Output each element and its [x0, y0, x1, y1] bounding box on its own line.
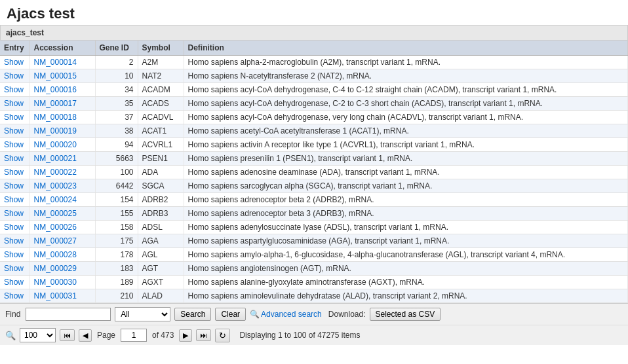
accession-cell: NM_000023 — [29, 179, 95, 193]
per-page-select[interactable]: 102550100250 — [20, 328, 56, 342]
show-link[interactable]: Show — [4, 236, 24, 246]
filter-select[interactable]: AllAccessionGene IDSymbolDefinition — [115, 307, 170, 321]
show-cell[interactable]: Show — [0, 207, 29, 221]
accession-link[interactable]: NM_000031 — [34, 291, 77, 300]
accession-link[interactable]: NM_000030 — [34, 278, 77, 287]
show-link[interactable]: Show — [4, 71, 24, 81]
definition-cell: Homo sapiens N-acetyltransferase 2 (NAT2… — [184, 69, 628, 83]
symbol-cell: ACADS — [138, 97, 184, 111]
accession-link[interactable]: NM_000028 — [34, 250, 77, 259]
accession-link[interactable]: NM_000015 — [34, 71, 77, 81]
show-link[interactable]: Show — [4, 250, 24, 259]
definition-cell: Homo sapiens adrenoceptor beta 2 (ADRB2)… — [184, 193, 628, 207]
accession-cell: NM_000014 — [29, 56, 95, 69]
show-link[interactable]: Show — [4, 113, 24, 122]
table-row: ShowNM_000030189AGXTHomo sapiens alanine… — [0, 276, 628, 289]
table-row: ShowNM_000026158ADSLHomo sapiens adenylo… — [0, 221, 628, 234]
refresh-button[interactable]: ↻ — [215, 329, 230, 342]
show-link[interactable]: Show — [4, 209, 24, 218]
show-cell[interactable]: Show — [0, 276, 29, 289]
data-table: Entry Accession Gene ID Symbol Definitio… — [0, 41, 628, 303]
show-link[interactable]: Show — [4, 85, 24, 94]
show-cell[interactable]: Show — [0, 289, 29, 303]
show-cell[interactable]: Show — [0, 111, 29, 124]
table-row: ShowNM_00001938ACAT1Homo sapiens acetyl-… — [0, 124, 628, 138]
show-link[interactable]: Show — [4, 99, 24, 108]
accession-cell: NM_000027 — [29, 234, 95, 248]
accession-cell: NM_000029 — [29, 262, 95, 276]
find-input[interactable] — [26, 308, 111, 321]
page-input[interactable] — [121, 329, 147, 342]
table-row: ShowNM_000029183AGTHomo sapiens angioten… — [0, 262, 628, 276]
accession-link[interactable]: NM_000026 — [34, 223, 77, 232]
clear-button[interactable]: Clear — [215, 308, 246, 321]
show-link[interactable]: Show — [4, 168, 24, 177]
accession-link[interactable]: NM_000027 — [34, 236, 77, 246]
show-cell[interactable]: Show — [0, 83, 29, 97]
show-cell[interactable]: Show — [0, 221, 29, 234]
table-row: ShowNM_000025155ADRB3Homo sapiens adreno… — [0, 207, 628, 221]
show-cell[interactable]: Show — [0, 179, 29, 193]
show-link[interactable]: Show — [4, 264, 24, 273]
show-cell[interactable]: Show — [0, 138, 29, 152]
accession-link[interactable]: NM_000023 — [34, 181, 77, 191]
symbol-cell: AGXT — [138, 276, 184, 289]
show-link[interactable]: Show — [4, 195, 24, 204]
gene-id-cell: 5663 — [95, 152, 138, 166]
accession-cell: NM_000022 — [29, 166, 95, 179]
accession-link[interactable]: NM_000022 — [34, 168, 77, 177]
accession-link[interactable]: NM_000020 — [34, 140, 77, 149]
accession-link[interactable]: NM_000016 — [34, 85, 77, 94]
gene-id-cell: 189 — [95, 276, 138, 289]
advanced-search-link[interactable]: 🔍 Advanced search — [250, 310, 322, 319]
accession-link[interactable]: NM_000021 — [34, 154, 77, 163]
table-row: ShowNM_00001510NAT2Homo sapiens N-acetyl… — [0, 69, 628, 83]
show-link[interactable]: Show — [4, 140, 24, 149]
table-row: ShowNM_00002094ACVRL1Homo sapiens activi… — [0, 138, 628, 152]
show-link[interactable]: Show — [4, 278, 24, 287]
definition-cell: Homo sapiens adenosine deaminase (ADA), … — [184, 166, 628, 179]
accession-cell: NM_000028 — [29, 248, 95, 262]
last-page-button[interactable]: ⏭ — [196, 329, 211, 341]
zoom-icon: 🔍 — [5, 331, 16, 340]
show-cell[interactable]: Show — [0, 97, 29, 111]
show-link[interactable]: Show — [4, 181, 24, 191]
accession-link[interactable]: NM_000014 — [34, 58, 77, 67]
show-cell[interactable]: Show — [0, 56, 29, 69]
first-page-button[interactable]: ⏮ — [60, 329, 75, 341]
show-link[interactable]: Show — [4, 58, 24, 67]
symbol-cell: A2M — [138, 56, 184, 69]
show-cell[interactable]: Show — [0, 248, 29, 262]
accession-link[interactable]: NM_000024 — [34, 195, 77, 204]
gene-id-cell: 10 — [95, 69, 138, 83]
show-link[interactable]: Show — [4, 154, 24, 163]
accession-cell: NM_000016 — [29, 83, 95, 97]
accession-link[interactable]: NM_000018 — [34, 113, 77, 122]
definition-cell: Homo sapiens presenilin 1 (PSEN1), trans… — [184, 152, 628, 166]
show-cell[interactable]: Show — [0, 262, 29, 276]
col-header-definition: Definition — [184, 41, 628, 56]
prev-page-button[interactable]: ◀ — [79, 329, 92, 342]
definition-cell: Homo sapiens adrenoceptor beta 3 (ADRB3)… — [184, 207, 628, 221]
selected-csv-button[interactable]: Selected as CSV — [370, 308, 441, 321]
accession-link[interactable]: NM_000029 — [34, 264, 77, 273]
show-link[interactable]: Show — [4, 291, 24, 300]
accession-link[interactable]: NM_000017 — [34, 99, 77, 108]
search-button[interactable]: Search — [174, 308, 211, 321]
show-cell[interactable]: Show — [0, 234, 29, 248]
show-cell[interactable]: Show — [0, 124, 29, 138]
show-link[interactable]: Show — [4, 126, 24, 136]
accession-link[interactable]: NM_000019 — [34, 126, 77, 136]
show-cell[interactable]: Show — [0, 166, 29, 179]
definition-cell: Homo sapiens acyl-CoA dehydrogenase, C-2… — [184, 97, 628, 111]
show-link[interactable]: Show — [4, 223, 24, 232]
symbol-cell: ADA — [138, 166, 184, 179]
next-page-button[interactable]: ▶ — [179, 329, 192, 342]
gene-id-cell: 183 — [95, 262, 138, 276]
show-cell[interactable]: Show — [0, 152, 29, 166]
show-cell[interactable]: Show — [0, 193, 29, 207]
show-cell[interactable]: Show — [0, 69, 29, 83]
accession-link[interactable]: NM_000025 — [34, 209, 77, 218]
gene-id-cell: 34 — [95, 83, 138, 97]
definition-cell: Homo sapiens activin A receptor like typ… — [184, 138, 628, 152]
